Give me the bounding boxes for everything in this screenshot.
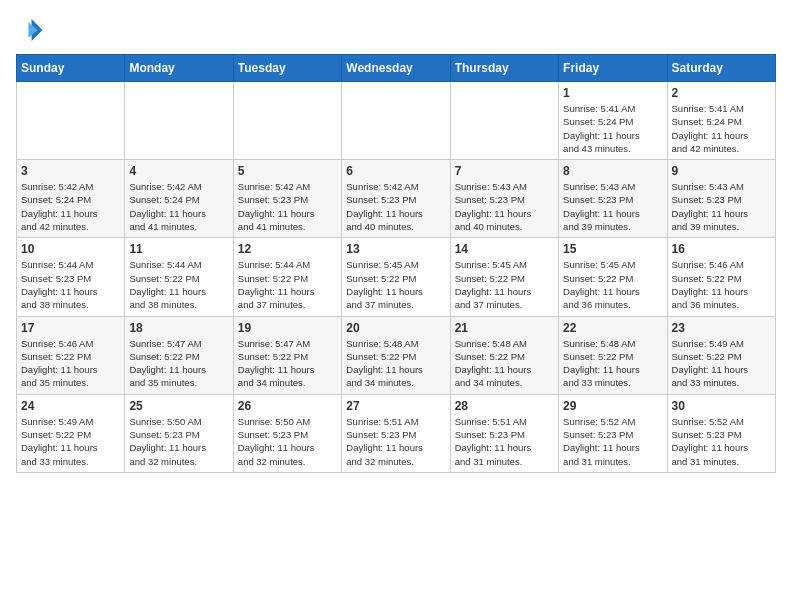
page-header (16, 16, 776, 44)
day-number: 20 (346, 321, 445, 335)
day-number: 27 (346, 399, 445, 413)
day-number: 11 (129, 242, 228, 256)
day-info: Sunrise: 5:42 AM Sunset: 5:23 PM Dayligh… (346, 180, 445, 233)
day-info: Sunrise: 5:49 AM Sunset: 5:22 PM Dayligh… (21, 415, 120, 468)
day-number: 15 (563, 242, 662, 256)
day-number: 9 (672, 164, 771, 178)
day-info: Sunrise: 5:43 AM Sunset: 5:23 PM Dayligh… (563, 180, 662, 233)
calendar-cell: 19Sunrise: 5:47 AM Sunset: 5:22 PM Dayli… (233, 316, 341, 394)
day-number: 16 (672, 242, 771, 256)
calendar-cell: 6Sunrise: 5:42 AM Sunset: 5:23 PM Daylig… (342, 160, 450, 238)
day-info: Sunrise: 5:50 AM Sunset: 5:23 PM Dayligh… (129, 415, 228, 468)
day-number: 8 (563, 164, 662, 178)
day-info: Sunrise: 5:52 AM Sunset: 5:23 PM Dayligh… (672, 415, 771, 468)
day-info: Sunrise: 5:48 AM Sunset: 5:22 PM Dayligh… (455, 337, 554, 390)
logo-icon (16, 16, 44, 44)
weekday-header-monday: Monday (125, 55, 233, 82)
calendar-week-5: 24Sunrise: 5:49 AM Sunset: 5:22 PM Dayli… (17, 394, 776, 472)
day-number: 19 (238, 321, 337, 335)
calendar-cell (233, 82, 341, 160)
day-info: Sunrise: 5:44 AM Sunset: 5:23 PM Dayligh… (21, 258, 120, 311)
day-info: Sunrise: 5:50 AM Sunset: 5:23 PM Dayligh… (238, 415, 337, 468)
day-info: Sunrise: 5:42 AM Sunset: 5:24 PM Dayligh… (129, 180, 228, 233)
day-number: 3 (21, 164, 120, 178)
day-number: 6 (346, 164, 445, 178)
calendar-cell: 27Sunrise: 5:51 AM Sunset: 5:23 PM Dayli… (342, 394, 450, 472)
day-number: 25 (129, 399, 228, 413)
calendar-cell (17, 82, 125, 160)
day-number: 21 (455, 321, 554, 335)
day-info: Sunrise: 5:42 AM Sunset: 5:23 PM Dayligh… (238, 180, 337, 233)
day-info: Sunrise: 5:41 AM Sunset: 5:24 PM Dayligh… (563, 102, 662, 155)
calendar-cell: 18Sunrise: 5:47 AM Sunset: 5:22 PM Dayli… (125, 316, 233, 394)
calendar-cell: 12Sunrise: 5:44 AM Sunset: 5:22 PM Dayli… (233, 238, 341, 316)
day-number: 23 (672, 321, 771, 335)
day-info: Sunrise: 5:46 AM Sunset: 5:22 PM Dayligh… (672, 258, 771, 311)
calendar-week-4: 17Sunrise: 5:46 AM Sunset: 5:22 PM Dayli… (17, 316, 776, 394)
weekday-header-sunday: Sunday (17, 55, 125, 82)
weekday-header-wednesday: Wednesday (342, 55, 450, 82)
weekday-header-friday: Friday (559, 55, 667, 82)
day-info: Sunrise: 5:45 AM Sunset: 5:22 PM Dayligh… (563, 258, 662, 311)
calendar-week-1: 1Sunrise: 5:41 AM Sunset: 5:24 PM Daylig… (17, 82, 776, 160)
day-info: Sunrise: 5:49 AM Sunset: 5:22 PM Dayligh… (672, 337, 771, 390)
weekday-header-thursday: Thursday (450, 55, 558, 82)
calendar-header: SundayMondayTuesdayWednesdayThursdayFrid… (17, 55, 776, 82)
day-info: Sunrise: 5:42 AM Sunset: 5:24 PM Dayligh… (21, 180, 120, 233)
calendar-cell: 26Sunrise: 5:50 AM Sunset: 5:23 PM Dayli… (233, 394, 341, 472)
day-info: Sunrise: 5:47 AM Sunset: 5:22 PM Dayligh… (129, 337, 228, 390)
calendar-cell: 21Sunrise: 5:48 AM Sunset: 5:22 PM Dayli… (450, 316, 558, 394)
day-number: 5 (238, 164, 337, 178)
calendar-cell: 16Sunrise: 5:46 AM Sunset: 5:22 PM Dayli… (667, 238, 775, 316)
calendar-cell: 1Sunrise: 5:41 AM Sunset: 5:24 PM Daylig… (559, 82, 667, 160)
calendar-cell: 5Sunrise: 5:42 AM Sunset: 5:23 PM Daylig… (233, 160, 341, 238)
calendar-cell: 30Sunrise: 5:52 AM Sunset: 5:23 PM Dayli… (667, 394, 775, 472)
day-number: 29 (563, 399, 662, 413)
day-info: Sunrise: 5:48 AM Sunset: 5:22 PM Dayligh… (346, 337, 445, 390)
calendar-table: SundayMondayTuesdayWednesdayThursdayFrid… (16, 54, 776, 473)
calendar-cell (450, 82, 558, 160)
day-number: 14 (455, 242, 554, 256)
day-info: Sunrise: 5:51 AM Sunset: 5:23 PM Dayligh… (346, 415, 445, 468)
day-info: Sunrise: 5:51 AM Sunset: 5:23 PM Dayligh… (455, 415, 554, 468)
calendar-cell: 3Sunrise: 5:42 AM Sunset: 5:24 PM Daylig… (17, 160, 125, 238)
calendar-cell: 8Sunrise: 5:43 AM Sunset: 5:23 PM Daylig… (559, 160, 667, 238)
day-number: 24 (21, 399, 120, 413)
day-number: 7 (455, 164, 554, 178)
day-number: 13 (346, 242, 445, 256)
day-number: 28 (455, 399, 554, 413)
day-number: 18 (129, 321, 228, 335)
day-number: 30 (672, 399, 771, 413)
day-number: 1 (563, 86, 662, 100)
calendar-week-3: 10Sunrise: 5:44 AM Sunset: 5:23 PM Dayli… (17, 238, 776, 316)
calendar-cell: 2Sunrise: 5:41 AM Sunset: 5:24 PM Daylig… (667, 82, 775, 160)
day-info: Sunrise: 5:45 AM Sunset: 5:22 PM Dayligh… (346, 258, 445, 311)
day-info: Sunrise: 5:45 AM Sunset: 5:22 PM Dayligh… (455, 258, 554, 311)
calendar-cell: 11Sunrise: 5:44 AM Sunset: 5:22 PM Dayli… (125, 238, 233, 316)
day-number: 17 (21, 321, 120, 335)
calendar-cell: 9Sunrise: 5:43 AM Sunset: 5:23 PM Daylig… (667, 160, 775, 238)
calendar-body: 1Sunrise: 5:41 AM Sunset: 5:24 PM Daylig… (17, 82, 776, 473)
calendar-cell (342, 82, 450, 160)
weekday-header-tuesday: Tuesday (233, 55, 341, 82)
calendar-cell: 13Sunrise: 5:45 AM Sunset: 5:22 PM Dayli… (342, 238, 450, 316)
calendar-cell: 25Sunrise: 5:50 AM Sunset: 5:23 PM Dayli… (125, 394, 233, 472)
calendar-cell: 17Sunrise: 5:46 AM Sunset: 5:22 PM Dayli… (17, 316, 125, 394)
day-info: Sunrise: 5:43 AM Sunset: 5:23 PM Dayligh… (672, 180, 771, 233)
calendar-cell: 7Sunrise: 5:43 AM Sunset: 5:23 PM Daylig… (450, 160, 558, 238)
calendar-cell: 10Sunrise: 5:44 AM Sunset: 5:23 PM Dayli… (17, 238, 125, 316)
day-info: Sunrise: 5:47 AM Sunset: 5:22 PM Dayligh… (238, 337, 337, 390)
day-number: 10 (21, 242, 120, 256)
calendar-cell: 28Sunrise: 5:51 AM Sunset: 5:23 PM Dayli… (450, 394, 558, 472)
calendar-cell: 20Sunrise: 5:48 AM Sunset: 5:22 PM Dayli… (342, 316, 450, 394)
weekday-header-saturday: Saturday (667, 55, 775, 82)
calendar-week-2: 3Sunrise: 5:42 AM Sunset: 5:24 PM Daylig… (17, 160, 776, 238)
day-info: Sunrise: 5:43 AM Sunset: 5:23 PM Dayligh… (455, 180, 554, 233)
day-info: Sunrise: 5:52 AM Sunset: 5:23 PM Dayligh… (563, 415, 662, 468)
day-info: Sunrise: 5:46 AM Sunset: 5:22 PM Dayligh… (21, 337, 120, 390)
calendar-cell: 22Sunrise: 5:48 AM Sunset: 5:22 PM Dayli… (559, 316, 667, 394)
calendar-cell: 29Sunrise: 5:52 AM Sunset: 5:23 PM Dayli… (559, 394, 667, 472)
calendar-cell: 4Sunrise: 5:42 AM Sunset: 5:24 PM Daylig… (125, 160, 233, 238)
logo (16, 16, 48, 44)
calendar-cell: 15Sunrise: 5:45 AM Sunset: 5:22 PM Dayli… (559, 238, 667, 316)
